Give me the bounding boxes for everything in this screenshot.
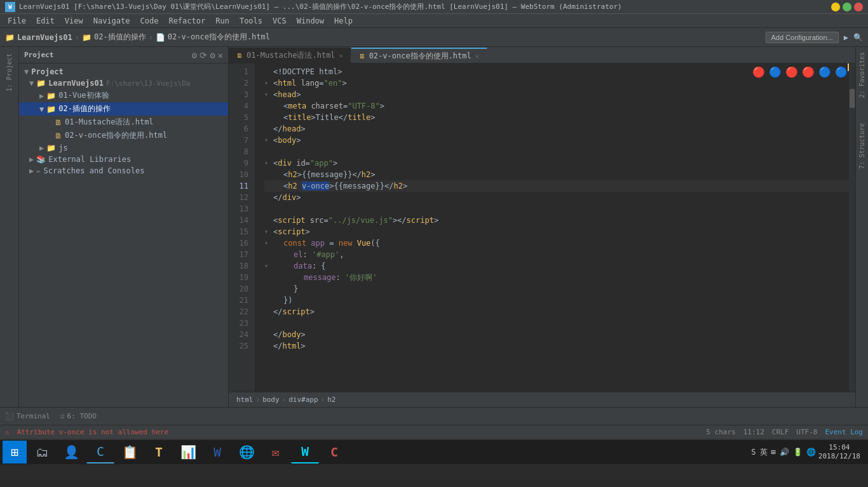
fold-16[interactable]: ▾ <box>264 237 272 249</box>
taskbar-item-word[interactable]: W <box>203 441 231 464</box>
taskbar-item-chrome[interactable]: 🌐 <box>233 441 261 464</box>
breadcrumb-arrow-1: › <box>256 396 261 404</box>
structure-label[interactable]: 7: Structure <box>858 123 865 169</box>
add-config-button[interactable]: Add Configuration... <box>766 32 839 43</box>
fold-7[interactable]: ▾ <box>264 135 272 146</box>
opera-icon[interactable]: 🔴 <box>802 66 815 78</box>
scroll-thumb[interactable] <box>850 89 855 108</box>
window-controls <box>831 3 863 11</box>
scratches-icon: ✏ <box>36 166 41 175</box>
fold-8 <box>264 146 272 157</box>
tree-item-scratches[interactable]: ▶ ✏ Scratches and Consoles <box>19 165 228 177</box>
tree-item-01[interactable]: ▶ 📁 01-Vue初体验 <box>19 89 228 102</box>
windows-icon: ⊞ <box>11 444 18 460</box>
code-editor[interactable]: 🔴 🔵 🔴 🔴 🔵 🔵 1 2 3 4 5 6 7 8 9 10 11 <box>229 63 855 392</box>
edge-icon[interactable]: 🔵 <box>818 66 831 78</box>
start-button[interactable]: ⊞ <box>3 441 27 464</box>
taskbar-item-user[interactable]: 👤 <box>57 441 85 464</box>
menu-file[interactable]: File <box>3 15 31 27</box>
gear-icon[interactable]: ⚙ <box>210 50 215 60</box>
code-line-13 <box>264 203 849 215</box>
tree-item-02[interactable]: ▼ 📁 02-插值的操作 <box>19 102 228 116</box>
tree-item-path: F:\share\13-Vuejs\Da <box>106 79 190 88</box>
todo-icon: ☑ <box>60 412 65 420</box>
fold-2[interactable]: ▾ <box>264 77 272 89</box>
ie-icon[interactable]: 🔴 <box>785 66 798 78</box>
settings-icon[interactable]: ⚙ <box>192 50 197 60</box>
menu-code[interactable]: Code <box>135 15 164 27</box>
line-num-10: 10 <box>229 169 254 180</box>
tree-item-root-folder[interactable]: ▼ 📁 LearnVuejs01 F:\share\13-Vuejs\Da <box>19 77 228 89</box>
chart-icon: 📊 <box>179 443 197 461</box>
project-label[interactable]: 1: Project <box>6 50 13 95</box>
taskbar-item-rider[interactable]: C <box>320 441 348 464</box>
breadcrumb-body[interactable]: body <box>262 396 280 404</box>
todo-tab[interactable]: ☑ 6: TODO <box>60 412 97 420</box>
menu-run[interactable]: Run <box>210 15 234 27</box>
fold-15[interactable]: ▾ <box>264 226 272 237</box>
vertical-scrollbar[interactable] <box>849 63 855 392</box>
breadcrumb-divapp[interactable]: div#app <box>288 396 318 404</box>
rider-icon: C <box>325 443 343 461</box>
line-num-8: 8 <box>229 146 254 157</box>
code-content[interactable]: <!DOCTYPE html> ▾ <html lang="en"> ▾ <he… <box>254 63 849 392</box>
fold-9[interactable]: ▾ <box>264 157 272 169</box>
fold-6 <box>264 123 272 135</box>
close-panel-icon[interactable]: ✕ <box>218 50 223 60</box>
tree-item-project[interactable]: ▼ Project <box>19 66 228 77</box>
menu-window[interactable]: Window <box>292 15 329 27</box>
maximize-btn[interactable] <box>843 3 851 11</box>
menu-view[interactable]: View <box>60 15 88 27</box>
minimize-btn[interactable] <box>831 3 840 11</box>
firefox-icon[interactable]: 🔴 <box>752 66 765 78</box>
chrome-icon[interactable]: 🔵 <box>769 66 782 78</box>
cursor-position: 11:12 <box>743 428 764 436</box>
tab-close-mustache[interactable]: ✕ <box>339 52 343 59</box>
fold-4 <box>264 100 272 112</box>
fold-3[interactable]: ▾ <box>264 89 272 100</box>
code-line-16: ▾ const app = new Vue({ <box>264 237 849 249</box>
menu-vcs[interactable]: VCS <box>268 15 292 27</box>
taskbar-item-t[interactable]: T <box>145 441 173 464</box>
title-bar: W LearnVuejs01 [F:\share\13-Vuejs\Day 01… <box>0 0 868 14</box>
code-line-23 <box>264 317 849 329</box>
fold-18[interactable]: ▾ <box>264 260 272 272</box>
tabs-bar: 🗎 01-Mustache语法.html ✕ 🗎 02-v-once指令的使用.… <box>229 47 855 63</box>
tree-item-js[interactable]: ▶ 📁 js <box>19 142 228 154</box>
menu-edit[interactable]: Edit <box>31 15 60 27</box>
search-icon[interactable]: 🔍 <box>853 33 863 42</box>
safari-icon[interactable]: 🔵 <box>835 66 848 78</box>
taskbar-item-explorer[interactable]: 🗂 <box>28 441 56 464</box>
tab-vonce[interactable]: 🗎 02-v-once指令的使用.html ✕ <box>351 48 487 63</box>
line-num-25: 25 <box>229 340 254 352</box>
menu-refactor[interactable]: Refactor <box>163 15 210 27</box>
event-log-link[interactable]: Event Log <box>825 428 863 436</box>
menu-help[interactable]: Help <box>329 15 358 27</box>
taskbar-item-webstorm[interactable]: W <box>291 441 319 464</box>
menu-tools[interactable]: Tools <box>234 15 268 27</box>
tab-close-vonce[interactable]: ✕ <box>475 53 479 60</box>
tree-item-mustache[interactable]: 🗎 01-Mustache语法.html <box>19 116 228 129</box>
fold-12 <box>264 192 272 203</box>
tree-item-vonce[interactable]: 🗎 02-v-once指令的使用.html <box>19 129 228 142</box>
fold-1[interactable] <box>264 66 272 77</box>
taskbar-item-mail[interactable]: ✉ <box>262 441 290 464</box>
user-icon: 👤 <box>62 443 80 461</box>
code-line-6: </head> <box>264 123 849 135</box>
tree-item-external[interactable]: ▶ 📚 External Libraries <box>19 154 228 165</box>
sync-icon[interactable]: ⟳ <box>200 50 207 60</box>
taskbar-item-files[interactable]: 📋 <box>116 441 144 464</box>
breadcrumb-h2[interactable]: h2 <box>327 396 336 404</box>
code-line-18: ▾ data: { <box>264 260 849 272</box>
close-btn[interactable] <box>854 3 863 11</box>
run-icon[interactable]: ▶ <box>844 33 848 42</box>
tab-mustache[interactable]: 🗎 01-Mustache语法.html ✕ <box>229 48 351 63</box>
menu-navigate[interactable]: Navigate <box>88 15 135 27</box>
code-line-22: </script> <box>264 306 849 317</box>
terminal-tab[interactable]: ⬛ Terminal <box>5 412 50 420</box>
taskbar-item-clion[interactable]: C <box>86 441 114 464</box>
taskbar-item-chart[interactable]: 📊 <box>174 441 202 464</box>
favorites-label[interactable]: 2: Favorites <box>858 52 865 98</box>
html-icon-mustache: 🗎 <box>55 118 62 127</box>
breadcrumb-html[interactable]: html <box>236 396 254 404</box>
